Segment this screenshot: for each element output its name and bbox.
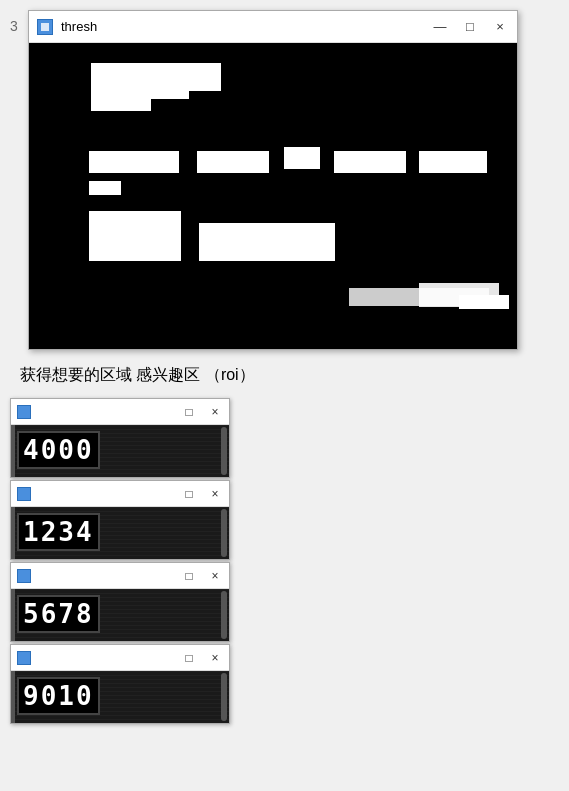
thresh-window-icon [37, 19, 53, 35]
thresh-maximize-btn[interactable]: □ [461, 20, 479, 33]
thresh-window[interactable]: thresh — □ × [28, 10, 518, 350]
roi-2-number: 1234 [17, 513, 100, 551]
roi-4-content: 9010 [11, 671, 229, 723]
roi-3-titlebar: □ × [11, 563, 229, 589]
roi-1-content: 4000 [11, 425, 229, 477]
thresh-close-btn[interactable]: × [491, 20, 509, 33]
roi-4-close-btn[interactable]: × [207, 651, 223, 665]
roi-2-left-strip [11, 507, 15, 559]
roi-label-text: 获得想要的区域 感兴趣区 （roi） [20, 365, 255, 386]
roi-2-controls[interactable]: □ × [181, 487, 223, 501]
roi-1-titlebar: □ × [11, 399, 229, 425]
roi-1-controls[interactable]: □ × [181, 405, 223, 419]
thresh-title: thresh [61, 19, 431, 34]
roi-windows-container: □ × 4000 □ × 1234 [10, 398, 230, 726]
roi-3-number: 5678 [17, 595, 100, 633]
roi-1-icon [17, 405, 31, 419]
roi-3-icon [17, 569, 31, 583]
roi-4-icon [17, 651, 31, 665]
roi-1-minimize-btn[interactable]: □ [181, 405, 197, 419]
thresh-minimize-btn[interactable]: — [431, 20, 449, 33]
page-number: 3 [10, 18, 18, 34]
roi-3-left-strip [11, 589, 15, 641]
roi-window-1[interactable]: □ × 4000 [10, 398, 230, 478]
roi-3-scrollhint [221, 591, 227, 639]
roi-2-minimize-btn[interactable]: □ [181, 487, 197, 501]
roi-3-close-btn[interactable]: × [207, 569, 223, 583]
roi-2-icon [17, 487, 31, 501]
roi-2-titlebar: □ × [11, 481, 229, 507]
roi-4-titlebar: □ × [11, 645, 229, 671]
roi-4-controls[interactable]: □ × [181, 651, 223, 665]
thresh-controls[interactable]: — □ × [431, 20, 509, 33]
thresh-titlebar: thresh — □ × [29, 11, 517, 43]
roi-window-3[interactable]: □ × 5678 [10, 562, 230, 642]
roi-2-content: 1234 [11, 507, 229, 559]
roi-1-close-btn[interactable]: × [207, 405, 223, 419]
roi-2-close-btn[interactable]: × [207, 487, 223, 501]
roi-1-scrollhint [221, 427, 227, 475]
roi-4-left-strip [11, 671, 15, 723]
roi-window-2[interactable]: □ × 1234 [10, 480, 230, 560]
roi-2-scrollhint [221, 509, 227, 557]
roi-4-minimize-btn[interactable]: □ [181, 651, 197, 665]
roi-3-content: 5678 [11, 589, 229, 641]
roi-1-number: 4000 [17, 431, 100, 469]
roi-3-controls[interactable]: □ × [181, 569, 223, 583]
roi-3-minimize-btn[interactable]: □ [181, 569, 197, 583]
thresh-canvas [29, 43, 517, 349]
roi-1-left-strip [11, 425, 15, 477]
roi-4-scrollhint [221, 673, 227, 721]
roi-4-number: 9010 [17, 677, 100, 715]
roi-window-4[interactable]: □ × 9010 [10, 644, 230, 724]
